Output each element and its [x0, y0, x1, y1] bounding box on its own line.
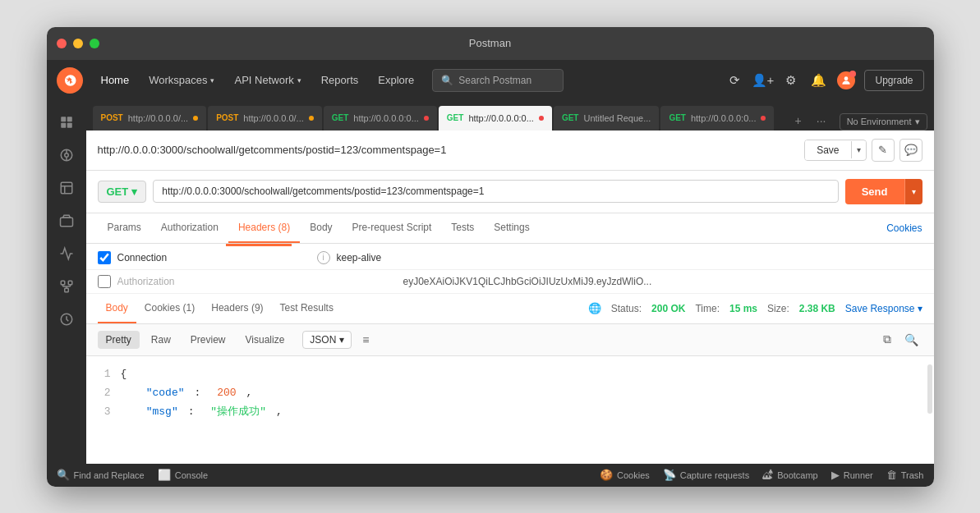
tab-5[interactable]: GET http://0.0.0.0:0...	[660, 106, 774, 131]
code-scrollbar[interactable]	[927, 364, 932, 414]
nav-explore[interactable]: Explore	[370, 69, 422, 91]
sidebar-item-monitors[interactable]	[52, 239, 81, 268]
resp-tab-body[interactable]: Body	[98, 294, 136, 323]
code-area: 1 { 2 "code" : 200 , 3 "msg" :	[86, 356, 934, 464]
code-line-2: 2 "code" : 200 ,	[98, 383, 922, 402]
svg-point-5	[64, 153, 68, 157]
more-tabs-button[interactable]: ···	[812, 111, 831, 131]
upgrade-button[interactable]: Upgrade	[864, 70, 923, 91]
resp-tab-test-results[interactable]: Test Results	[272, 294, 342, 323]
format-visualize[interactable]: Visualize	[237, 331, 293, 349]
send-button-group: Send ▾	[845, 179, 922, 204]
req-tab-headers[interactable]: Headers (8)	[228, 213, 300, 243]
code-comma-1: ,	[246, 383, 253, 402]
code-comma-2: ,	[276, 402, 283, 421]
url-input[interactable]	[153, 180, 838, 203]
header-info-icon-0[interactable]: i	[317, 251, 330, 264]
sidebar-item-mock[interactable]	[52, 206, 81, 236]
trash-item[interactable]: 🗑 Trash	[886, 469, 924, 481]
tab-1[interactable]: POST http://0.0.0.0/...	[208, 106, 322, 131]
format-pretty[interactable]: Pretty	[98, 331, 140, 349]
bootcamp-item[interactable]: 🏕 Bootcamp	[762, 469, 818, 481]
capture-item[interactable]: 📡 Capture requests	[663, 469, 749, 481]
tab-method-2: GET	[332, 113, 349, 122]
header-value-1: eyJ0eXAiOiJKV1QiLCJhbGciOiJIUzUxMiJ9.eyJ…	[403, 276, 922, 287]
cookies-link[interactable]: Cookies	[886, 222, 922, 234]
req-tab-body[interactable]: Body	[300, 213, 342, 243]
save-response-button[interactable]: Save Response ▾	[845, 303, 922, 314]
edit-icon[interactable]: ✎	[872, 139, 895, 162]
invite-icon[interactable]: 👤+	[751, 69, 774, 92]
comment-icon[interactable]: 💬	[899, 139, 922, 162]
header-checkbox-0[interactable]	[98, 251, 111, 264]
search-bar[interactable]: 🔍 Search Postman	[432, 69, 564, 92]
navbar: Home Workspaces ▾ API Network ▾ Reports …	[47, 60, 934, 101]
nav-home[interactable]: Home	[93, 69, 138, 91]
api-network-chevron-icon: ▾	[297, 76, 301, 85]
send-button[interactable]: Send	[845, 179, 904, 204]
search-response-icon[interactable]: 🔍	[901, 329, 922, 350]
settings-icon[interactable]: ⚙	[779, 69, 802, 92]
header-checkbox-1[interactable]	[98, 275, 111, 288]
cookies-icon: 🍪	[600, 469, 613, 481]
find-replace-item[interactable]: 🔍 Find and Replace	[57, 469, 145, 481]
nav-api-network[interactable]: API Network ▾	[226, 69, 309, 91]
format-raw[interactable]: Raw	[143, 331, 179, 349]
resp-tab-headers[interactable]: Headers (9)	[203, 294, 271, 323]
code-key-1: "code"	[121, 383, 185, 402]
nav-icons: ⟳ 👤+ ⚙ 🔔	[723, 69, 858, 92]
format-bar: Pretty Raw Preview Visualize JSON ▾ ≡ ⧉ …	[86, 324, 934, 356]
format-preview[interactable]: Preview	[182, 331, 234, 349]
tab-2[interactable]: GET http://0.0.0.0:0...	[324, 106, 437, 131]
console-item[interactable]: ⬜ Console	[158, 469, 208, 481]
svg-rect-4	[67, 122, 71, 127]
nav-reports[interactable]: Reports	[313, 69, 367, 91]
send-dropdown-button[interactable]: ▾	[904, 179, 922, 204]
header-key-0[interactable]	[117, 252, 311, 263]
content-area: POST http://0.0.0.0/... POST http://0.0.…	[86, 101, 934, 464]
add-tab-button[interactable]: +	[789, 111, 808, 131]
request-header: http://0.0.0.0:3000/schoolwall/getcommen…	[86, 131, 934, 171]
notification-icon[interactable]: 🔔	[807, 69, 830, 92]
method-select[interactable]: GET ▾	[98, 181, 147, 203]
sidebar-item-history[interactable]	[52, 305, 81, 334]
req-tab-prerequest[interactable]: Pre-request Script	[343, 213, 442, 243]
status-label: Status:	[611, 303, 642, 314]
line-number-2: 2	[98, 383, 111, 402]
wrap-icon[interactable]: ≡	[355, 329, 376, 350]
runner-item[interactable]: ▶ Runner	[831, 469, 873, 481]
tab-0[interactable]: POST http://0.0.0.0/...	[93, 106, 207, 131]
minimize-button[interactable]	[73, 39, 83, 48]
header-key-1[interactable]	[117, 276, 377, 287]
postman-logo[interactable]	[57, 67, 83, 94]
save-button[interactable]: Save	[805, 140, 850, 160]
req-tab-tests[interactable]: Tests	[441, 213, 484, 243]
maximize-button[interactable]	[90, 39, 99, 48]
tab-dot-2	[424, 116, 429, 121]
tab-3[interactable]: GET http://0.0.0.0:0...	[439, 106, 552, 131]
sidebar-item-apis[interactable]	[52, 140, 81, 170]
req-tab-authorization[interactable]: Authorization	[151, 213, 228, 243]
nav-workspaces[interactable]: Workspaces ▾	[140, 69, 223, 91]
sidebar-item-collections[interactable]	[52, 108, 81, 137]
save-dropdown-button[interactable]: ▾	[851, 141, 866, 158]
sidebar-item-flows[interactable]	[52, 272, 81, 301]
sidebar	[47, 101, 86, 464]
req-tab-params[interactable]: Params	[98, 213, 151, 243]
sync-icon[interactable]: ⟳	[723, 69, 746, 92]
close-button[interactable]	[57, 39, 67, 48]
statusbar: 🔍 Find and Replace ⬜ Console 🍪 Cookies 📡…	[47, 464, 934, 487]
svg-rect-12	[60, 218, 72, 227]
copy-icon[interactable]: ⧉	[876, 329, 898, 350]
req-tab-settings[interactable]: Settings	[484, 213, 539, 243]
tab-url-2: http://0.0.0.0:0...	[353, 113, 419, 123]
tab-4[interactable]: GET Untitled Reque...	[554, 106, 660, 131]
header-row-1: eyJ0eXAiOiJKV1QiLCJhbGciOiJIUzUxMiJ9.eyJ…	[86, 270, 934, 294]
cookies-item[interactable]: 🍪 Cookies	[600, 469, 650, 481]
tab-method-3: GET	[447, 113, 464, 122]
user-avatar[interactable]	[835, 69, 858, 92]
env-selector[interactable]: No Environment ▾	[840, 113, 927, 131]
sidebar-item-environments[interactable]	[52, 173, 81, 203]
format-json-select[interactable]: JSON ▾	[302, 331, 352, 349]
resp-tab-cookies[interactable]: Cookies (1)	[136, 294, 203, 323]
